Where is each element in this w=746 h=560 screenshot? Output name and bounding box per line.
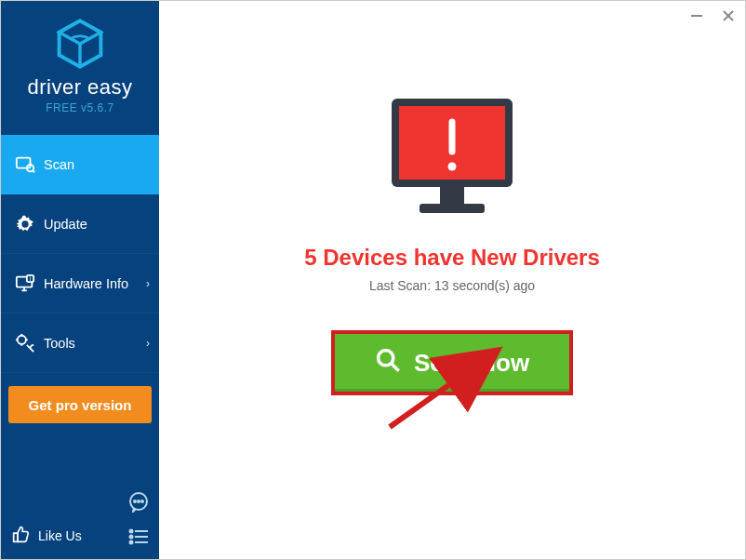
sidebar-item-update[interactable]: Update [1,194,159,254]
svg-point-12 [18,335,26,343]
scan-now-button[interactable]: Scan Now [331,330,573,395]
get-pro-label: Get pro version [29,397,132,413]
svg-point-6 [22,221,28,227]
svg-point-22 [130,530,133,533]
sidebar-item-label: Update [44,217,87,232]
svg-point-26 [130,541,133,544]
close-button[interactable] [719,7,738,25]
bottom-icons [127,490,150,548]
brand-name: driver easy [1,75,159,100]
gear-icon [12,214,38,234]
svg-point-37 [378,350,393,365]
monitor-alert-icon [382,94,522,224]
minimize-button[interactable] [687,7,706,25]
main-panel: 5 Devices have New Drivers Last Scan: 13… [159,1,745,559]
menu-icon[interactable] [127,526,150,548]
logo-block: driver easy FREE v5.6.7 [1,1,159,124]
magnify-icon [375,347,401,380]
nav: Scan Update [1,135,159,373]
thumbs-up-icon [12,525,31,546]
feedback-icon[interactable] [127,490,150,513]
svg-point-20 [138,500,140,502]
svg-point-21 [141,500,143,502]
headline-text: 5 Devices have New Drivers [304,245,600,271]
chevron-right-icon: › [146,337,150,350]
sidebar-item-tools[interactable]: Tools › [1,313,159,373]
like-us-label: Like Us [38,528,82,543]
svg-point-24 [130,536,133,539]
svg-point-19 [134,500,136,502]
like-us-button[interactable]: Like Us [12,525,82,546]
sidebar-item-label: Scan [44,157,74,172]
svg-line-38 [391,363,398,370]
sidebar-item-hardware-info[interactable]: i Hardware Info › [1,254,159,313]
get-pro-button[interactable]: Get pro version [8,386,152,423]
sidebar-item-label: Hardware Info [44,276,128,291]
svg-rect-3 [17,157,31,167]
center-content: 5 Devices have New Drivers Last Scan: 13… [159,94,745,395]
chevron-right-icon: › [146,277,150,290]
scan-icon [12,154,38,175]
monitor-info-icon: i [12,273,38,294]
sidebar: driver easy FREE v5.6.7 Scan [1,1,159,559]
svg-text:i: i [30,274,31,281]
sidebar-bottom: Like Us [1,515,159,559]
svg-rect-34 [420,204,485,213]
svg-marker-1 [60,20,101,44]
sidebar-item-scan[interactable]: Scan [1,135,159,194]
app-logo-icon [54,18,106,70]
brand-version: FREE v5.6.7 [1,101,159,114]
svg-line-5 [33,170,34,172]
scan-now-label: Scan Now [414,349,529,378]
app-window: driver easy FREE v5.6.7 Scan [0,0,746,560]
window-controls [687,7,738,25]
last-scan-text: Last Scan: 13 second(s) ago [369,278,535,293]
svg-rect-17 [14,533,18,541]
svg-point-36 [448,163,457,171]
svg-rect-33 [440,187,464,204]
tools-icon [12,333,38,353]
sidebar-item-label: Tools [44,336,75,351]
